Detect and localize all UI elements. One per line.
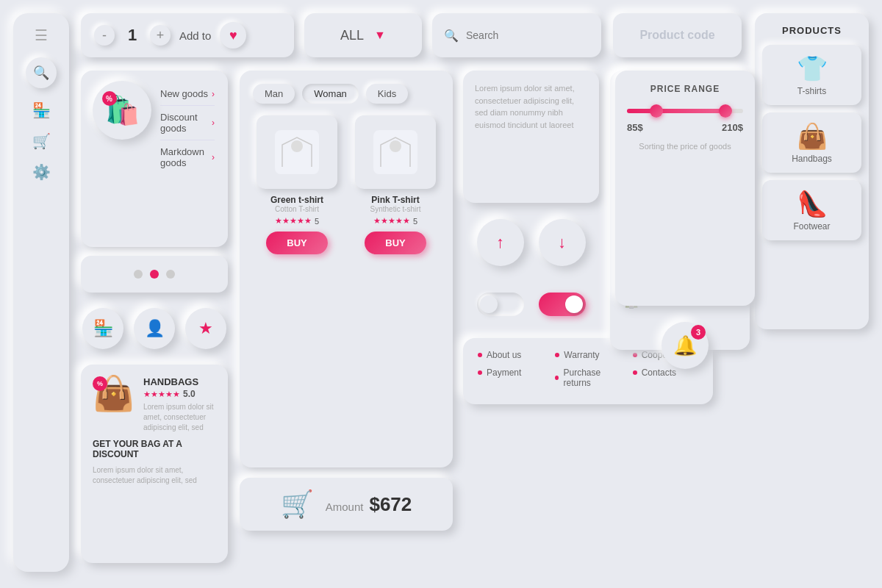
promo-rating: 5.0 xyxy=(183,389,196,399)
price-handle-right[interactable] xyxy=(719,104,732,118)
footer-payment[interactable]: Payment xyxy=(478,368,543,378)
price-slider-track xyxy=(627,109,743,113)
product-footwear-item[interactable]: 👠 Footwear xyxy=(762,180,861,240)
qty-minus-button[interactable]: - xyxy=(94,25,115,46)
lorem-text: Lorem ipsum dolor sit amet, consectetuer… xyxy=(475,82,587,131)
qty-value: 1 xyxy=(123,26,141,45)
product-subname-2: Synthetic t-shirt xyxy=(370,205,421,213)
cart-amount-panel: 🛒 Amount $672 xyxy=(240,478,453,531)
sidebar-icon-cart[interactable]: 🛒 xyxy=(32,132,51,150)
promo-desc: Lorem ipsum dolor sit amet, consectetuer… xyxy=(93,465,216,486)
arrow-down-circle[interactable]: ↓ xyxy=(539,219,586,266)
toggles-panel xyxy=(463,282,599,326)
product-handbags-item[interactable]: 👜 Handbags xyxy=(762,112,861,173)
footer-col-2: Warranty Purchase returns xyxy=(555,350,620,392)
arrows-panel: ↑ ↓ xyxy=(463,213,599,272)
sidebar: ☰ 🔍 🏪 🛒 ⚙️ xyxy=(13,13,69,572)
menu-new-goods[interactable]: New goods › xyxy=(160,82,215,106)
toggle-on[interactable] xyxy=(539,293,586,316)
products-title: PRODUCTS xyxy=(762,25,861,36)
menu-discount-goods[interactable]: Discount goods › xyxy=(160,106,215,140)
tab-kids[interactable]: Kids xyxy=(366,84,408,104)
add-to-label: Add to xyxy=(179,29,211,42)
stars-2: ★★★★★ xyxy=(373,216,410,226)
footer-warranty[interactable]: Warranty xyxy=(555,350,620,360)
notification-bell-panel: 🔔 3 xyxy=(615,316,755,375)
footwear-icon: 👠 xyxy=(797,189,828,218)
menu-panel: 🛍️ % New goods › Discount goods › Markdo… xyxy=(81,71,228,247)
toggle-off[interactable] xyxy=(477,293,524,316)
lorem-panel: Lorem ipsum dolor sit amet, consectetuer… xyxy=(463,71,599,203)
footer-about-us[interactable]: About us xyxy=(478,350,543,360)
product-image-1 xyxy=(257,115,337,189)
price-sort-text: Sorting the price of goods xyxy=(627,142,743,151)
buy-button-2[interactable]: BUY xyxy=(365,232,426,254)
sidebar-icon-search[interactable]: 🔍 xyxy=(26,57,57,88)
tshirts-label: T-shirts xyxy=(797,86,826,96)
product-name-1: Green t-shirt xyxy=(270,195,323,205)
price-range-title: PRICE RANGE xyxy=(627,84,743,94)
carousel-dots xyxy=(81,256,228,293)
tshirt-icon: 👕 xyxy=(797,54,828,83)
qty-plus-button[interactable]: + xyxy=(150,25,171,46)
handbag-icon: 👜 xyxy=(797,121,828,151)
tab-man[interactable]: Man xyxy=(253,84,295,104)
product-subname-1: Cotton T-shirt xyxy=(275,205,319,213)
footer-col-1: About us Payment xyxy=(478,350,543,392)
buy-button-1[interactable]: BUY xyxy=(266,232,327,254)
notification-badge: 3 xyxy=(691,325,706,340)
product-tshirts-item[interactable]: 👕 T-shirts xyxy=(762,45,861,105)
arrow-up-circle[interactable]: ↑ xyxy=(477,219,524,266)
chevron-down-icon: ▼ xyxy=(374,29,386,42)
sidebar-icon-store[interactable]: 🏪 xyxy=(32,101,51,119)
amount-label: Amount xyxy=(326,501,364,513)
cart-large-icon: 🛒 xyxy=(281,489,314,520)
dropdown-control[interactable]: ALL ▼ xyxy=(304,13,422,57)
bell-circle[interactable]: 🔔 3 xyxy=(662,322,709,369)
handbags-label: Handbags xyxy=(792,154,832,164)
promo-title: HANDBAGS xyxy=(143,376,216,387)
dot-1[interactable] xyxy=(134,270,143,279)
product-card-2: Pink T-shirt Synthetic t-shirt ★★★★★ 5 B… xyxy=(351,115,440,254)
footwear-label: Footwear xyxy=(793,221,830,232)
filter-tabs: Man Woman Kids xyxy=(253,84,440,104)
dot-3[interactable] xyxy=(166,270,175,279)
product-image-2 xyxy=(355,115,436,189)
heart-button[interactable]: ♥ xyxy=(220,22,246,49)
price-handle-left[interactable] xyxy=(650,104,663,118)
footer-purchase-returns[interactable]: Purchase returns xyxy=(555,368,620,388)
promo-text: Lorem ipsum dolor sit amet, consectetuer… xyxy=(143,402,216,433)
menu-markdown-goods[interactable]: Markdown goods › xyxy=(160,140,215,174)
tab-woman[interactable]: Woman xyxy=(302,84,359,104)
products-panel: PRODUCTS 👕 T-shirts 👜 Handbags 👠 Footwea… xyxy=(755,13,869,329)
svg-point-3 xyxy=(390,140,401,152)
star-icon-circle[interactable]: ★ xyxy=(185,308,226,349)
user-icon-circle[interactable]: 👤 xyxy=(134,308,175,349)
price-max: 210$ xyxy=(722,122,743,133)
rating-1: 5 xyxy=(315,217,319,226)
search-box: 🔍 xyxy=(432,13,601,57)
promo-cta: GET YOUR BAG AT A DISCOUNT xyxy=(93,439,216,459)
promo-discount-badge: % xyxy=(93,376,107,391)
products-section: Man Woman Kids Green t-shirt Cotton T-sh… xyxy=(240,71,453,467)
store-icon-circle[interactable]: 🏪 xyxy=(82,308,123,349)
product-name-2: Pink T-shirt xyxy=(371,195,419,205)
dot-2-active[interactable] xyxy=(150,270,159,279)
qty-control: - 1 + Add to ♥ xyxy=(81,13,294,57)
product-card-1: Green t-shirt Cotton T-shirt ★★★★★ 5 BUY xyxy=(253,115,341,254)
search-input[interactable] xyxy=(466,29,595,41)
search-icon: 🔍 xyxy=(444,29,459,43)
product-code-box: Product code xyxy=(613,13,742,57)
sidebar-icon-settings[interactable]: ⚙️ xyxy=(32,163,51,181)
price-range-panel: PRICE RANGE 85$ 210$ Sorting the price o… xyxy=(615,71,755,306)
stars-1: ★★★★★ xyxy=(275,216,312,226)
sidebar-icon-menu[interactable]: ☰ xyxy=(35,26,48,44)
promo-card: 👜 % HANDBAGS ★★★★★ 5.0 Lorem ipsum dolor… xyxy=(81,365,228,563)
dropdown-label: ALL xyxy=(340,28,364,43)
bag-discount-badge: % xyxy=(102,91,117,106)
rating-2: 5 xyxy=(413,217,417,226)
product-code-label: Product code xyxy=(639,29,714,42)
promo-stars: ★★★★★ xyxy=(143,390,180,399)
price-min: 85$ xyxy=(627,122,643,133)
svg-point-1 xyxy=(291,140,303,152)
